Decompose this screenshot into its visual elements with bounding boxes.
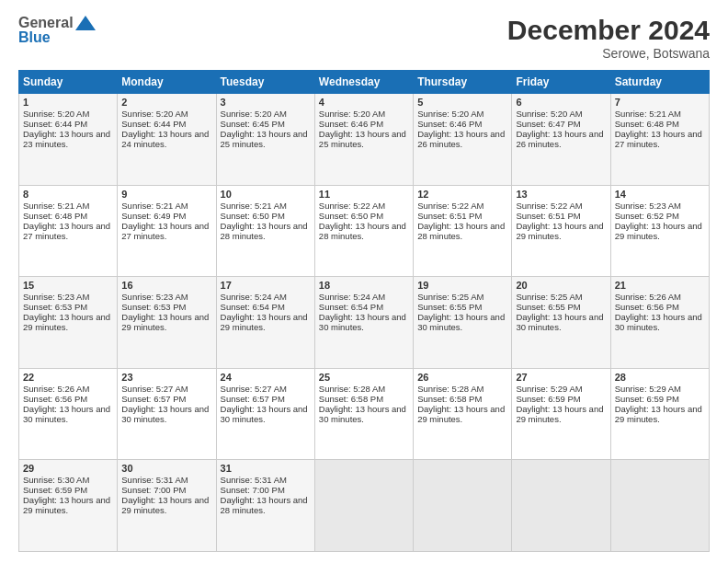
header: General Blue December 2024 Serowe, Botsw…: [18, 15, 710, 61]
sunrise-text: Sunrise: 5:30 AM: [23, 475, 89, 485]
day-number: 23: [121, 372, 211, 383]
calendar-week-1: 1Sunrise: 5:20 AMSunset: 6:44 PMDaylight…: [19, 94, 710, 186]
day-number: 20: [516, 280, 606, 291]
daylight-text: Daylight: 13 hours and 30 minutes.: [221, 404, 308, 424]
day-number: 7: [615, 97, 705, 108]
sunrise-text: Sunrise: 5:20 AM: [221, 109, 287, 119]
daylight-text: Daylight: 13 hours and 29 minutes.: [121, 312, 209, 332]
daylight-text: Daylight: 13 hours and 26 minutes.: [417, 129, 505, 149]
daylight-text: Daylight: 13 hours and 29 minutes.: [221, 312, 308, 332]
sunset-text: Sunset: 6:48 PM: [615, 119, 679, 129]
daylight-text: Daylight: 13 hours and 29 minutes.: [615, 221, 702, 241]
daylight-text: Daylight: 13 hours and 29 minutes.: [121, 495, 209, 515]
day-number: 5: [417, 97, 507, 108]
calendar-week-5: 29Sunrise: 5:30 AMSunset: 6:59 PMDayligh…: [19, 460, 710, 552]
calendar-cell: 9Sunrise: 5:21 AMSunset: 6:49 PMDaylight…: [118, 185, 216, 277]
calendar-cell: 8Sunrise: 5:21 AMSunset: 6:48 PMDaylight…: [19, 185, 118, 277]
day-number: 17: [221, 280, 311, 291]
sunrise-text: Sunrise: 5:20 AM: [516, 109, 582, 119]
sunset-text: Sunset: 6:55 PM: [516, 302, 580, 312]
day-number: 27: [516, 372, 606, 383]
logo-blue: Blue: [18, 29, 51, 46]
calendar-cell: 4Sunrise: 5:20 AMSunset: 6:46 PMDaylight…: [314, 94, 413, 186]
sunset-text: Sunset: 6:59 PM: [516, 394, 580, 404]
sunset-text: Sunset: 6:58 PM: [319, 394, 383, 404]
sunset-text: Sunset: 6:54 PM: [319, 302, 383, 312]
svg-marker-0: [75, 16, 96, 30]
day-number: 11: [319, 189, 409, 200]
calendar-cell: 27Sunrise: 5:29 AMSunset: 6:59 PMDayligh…: [512, 368, 610, 460]
daylight-text: Daylight: 13 hours and 29 minutes.: [516, 221, 603, 241]
calendar-cell: 13Sunrise: 5:22 AMSunset: 6:51 PMDayligh…: [512, 185, 610, 277]
calendar-cell: 7Sunrise: 5:21 AMSunset: 6:48 PMDaylight…: [610, 94, 709, 186]
calendar-header-friday: Friday: [512, 71, 610, 94]
day-number: 13: [516, 189, 606, 200]
sunset-text: Sunset: 6:59 PM: [615, 394, 679, 404]
title-block: December 2024 Serowe, Botswana: [507, 15, 710, 61]
day-number: 1: [23, 97, 113, 108]
day-number: 15: [23, 280, 113, 291]
sunset-text: Sunset: 7:00 PM: [221, 485, 285, 495]
daylight-text: Daylight: 13 hours and 28 minutes.: [221, 221, 308, 241]
calendar-header-wednesday: Wednesday: [314, 71, 413, 94]
calendar-cell: 22Sunrise: 5:26 AMSunset: 6:56 PMDayligh…: [19, 368, 118, 460]
daylight-text: Daylight: 13 hours and 30 minutes.: [615, 312, 702, 332]
calendar-cell: 16Sunrise: 5:23 AMSunset: 6:53 PMDayligh…: [118, 277, 216, 369]
sunset-text: Sunset: 6:56 PM: [23, 394, 87, 404]
sunrise-text: Sunrise: 5:28 AM: [417, 384, 483, 394]
daylight-text: Daylight: 13 hours and 25 minutes.: [221, 129, 308, 149]
sunrise-text: Sunrise: 5:26 AM: [23, 384, 89, 394]
day-number: 8: [23, 189, 113, 200]
calendar-cell: 23Sunrise: 5:27 AMSunset: 6:57 PMDayligh…: [118, 368, 216, 460]
calendar-cell: 14Sunrise: 5:23 AMSunset: 6:52 PMDayligh…: [610, 185, 709, 277]
sunrise-text: Sunrise: 5:26 AM: [615, 292, 681, 302]
calendar-cell: 24Sunrise: 5:27 AMSunset: 6:57 PMDayligh…: [216, 368, 314, 460]
day-number: 2: [121, 97, 211, 108]
day-number: 18: [319, 280, 409, 291]
day-number: 26: [417, 372, 507, 383]
sunrise-text: Sunrise: 5:21 AM: [221, 201, 287, 211]
calendar-cell: 3Sunrise: 5:20 AMSunset: 6:45 PMDaylight…: [216, 94, 314, 186]
sunrise-text: Sunrise: 5:29 AM: [516, 384, 582, 394]
daylight-text: Daylight: 13 hours and 26 minutes.: [516, 129, 603, 149]
sunrise-text: Sunrise: 5:21 AM: [615, 109, 681, 119]
sunset-text: Sunset: 6:46 PM: [319, 119, 383, 129]
daylight-text: Daylight: 13 hours and 30 minutes.: [516, 312, 603, 332]
sunset-text: Sunset: 6:57 PM: [121, 394, 186, 404]
calendar-cell: 15Sunrise: 5:23 AMSunset: 6:53 PMDayligh…: [19, 277, 118, 369]
calendar-cell: 19Sunrise: 5:25 AMSunset: 6:55 PMDayligh…: [414, 277, 512, 369]
day-number: 19: [417, 280, 507, 291]
day-number: 21: [615, 280, 705, 291]
daylight-text: Daylight: 13 hours and 28 minutes.: [319, 221, 406, 241]
daylight-text: Daylight: 13 hours and 29 minutes.: [417, 404, 505, 424]
sunrise-text: Sunrise: 5:20 AM: [319, 109, 385, 119]
sunset-text: Sunset: 6:45 PM: [221, 119, 285, 129]
sunset-text: Sunset: 6:51 PM: [516, 211, 580, 221]
sunrise-text: Sunrise: 5:24 AM: [319, 292, 385, 302]
daylight-text: Daylight: 13 hours and 30 minutes.: [417, 312, 505, 332]
daylight-text: Daylight: 13 hours and 28 minutes.: [221, 495, 308, 515]
daylight-text: Daylight: 13 hours and 29 minutes.: [516, 404, 603, 424]
logo-icon: [75, 16, 96, 30]
sunrise-text: Sunrise: 5:20 AM: [121, 109, 188, 119]
sunrise-text: Sunrise: 5:23 AM: [23, 292, 89, 302]
sunset-text: Sunset: 6:56 PM: [615, 302, 679, 312]
sunset-text: Sunset: 6:49 PM: [121, 211, 186, 221]
calendar-cell: [610, 460, 709, 552]
sunset-text: Sunset: 6:57 PM: [221, 394, 285, 404]
calendar-cell: 25Sunrise: 5:28 AMSunset: 6:58 PMDayligh…: [314, 368, 413, 460]
calendar-cell: 6Sunrise: 5:20 AMSunset: 6:47 PMDaylight…: [512, 94, 610, 186]
calendar-cell: [414, 460, 512, 552]
calendar-cell: [314, 460, 413, 552]
sunrise-text: Sunrise: 5:24 AM: [221, 292, 287, 302]
sunrise-text: Sunrise: 5:20 AM: [23, 109, 89, 119]
sunrise-text: Sunrise: 5:20 AM: [417, 109, 483, 119]
calendar-week-4: 22Sunrise: 5:26 AMSunset: 6:56 PMDayligh…: [19, 368, 710, 460]
sunrise-text: Sunrise: 5:22 AM: [319, 201, 385, 211]
sunset-text: Sunset: 6:50 PM: [319, 211, 383, 221]
day-number: 4: [319, 97, 409, 108]
daylight-text: Daylight: 13 hours and 30 minutes.: [319, 312, 406, 332]
sunrise-text: Sunrise: 5:21 AM: [23, 201, 89, 211]
sunrise-text: Sunrise: 5:25 AM: [516, 292, 582, 302]
calendar-week-2: 8Sunrise: 5:21 AMSunset: 6:48 PMDaylight…: [19, 185, 710, 277]
